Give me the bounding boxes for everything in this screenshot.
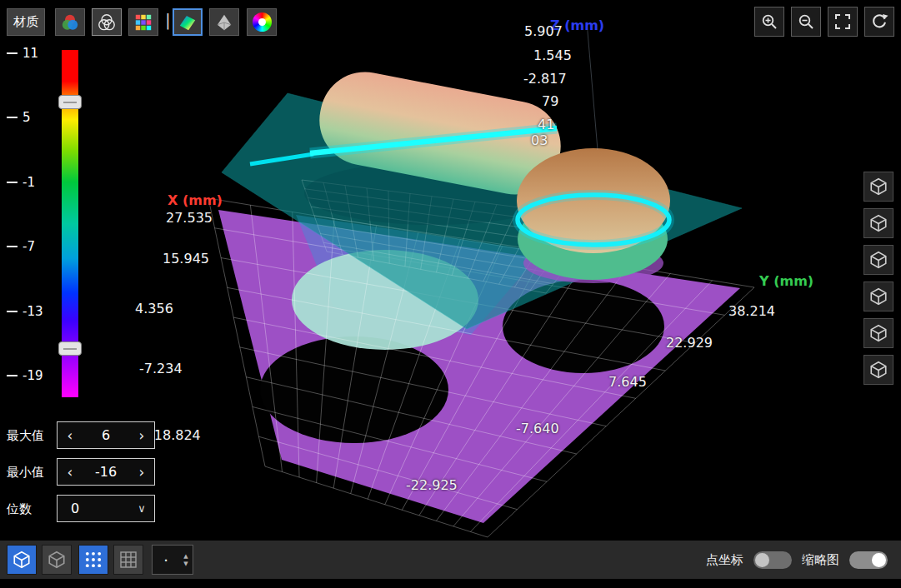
y-tick: 7.645: [608, 374, 647, 390]
zoom-in-icon: [759, 12, 779, 32]
max-increase-button[interactable]: ›: [129, 427, 154, 444]
color-wheel-icon: [253, 12, 272, 32]
x-tick: 4.356: [135, 301, 173, 316]
cube-icon: [868, 250, 888, 270]
toggle-knob: [872, 553, 886, 567]
y-tick: -7.640: [516, 421, 559, 436]
max-decrease-button[interactable]: ‹: [58, 427, 83, 444]
cone-icon: [213, 12, 235, 33]
colorbar-tick: -19: [7, 368, 43, 383]
spinner-up-icon[interactable]: ▲: [183, 553, 188, 560]
status-bar: · ▲ ▼ 点坐标 缩略图: [0, 541, 901, 579]
cube-icon: [868, 177, 888, 197]
digits-value: 0: [58, 501, 129, 516]
view-orientation-button-3[interactable]: [863, 245, 893, 275]
x-tick: 27.535: [166, 210, 213, 226]
view-orientation-button-2[interactable]: [863, 208, 893, 238]
colorbar-min-handle[interactable]: [58, 341, 82, 356]
reset-view-button[interactable]: [864, 7, 894, 37]
mesh-view-button[interactable]: [42, 545, 72, 575]
view-orientation-button-1[interactable]: [863, 172, 893, 202]
point-coord-label: 点坐标: [706, 552, 743, 568]
palette-grid-button[interactable]: [128, 8, 158, 36]
status-toggles: 点坐标 缩略图: [706, 541, 888, 579]
min-increase-button[interactable]: ›: [129, 464, 154, 481]
cube-icon: [12, 550, 32, 570]
colorbar-tick: -1: [7, 175, 35, 190]
z-tick: 1.545: [533, 47, 572, 63]
min-value-label: 最小值: [7, 465, 44, 481]
material-button-label: 材质: [13, 14, 38, 30]
colorbar-tick-value: -13: [23, 304, 43, 319]
max-value-label: 最大值: [7, 428, 44, 444]
colorbar-tick-value: 11: [23, 46, 38, 61]
rgb-circles-icon: [59, 12, 81, 33]
fit-view-button[interactable]: [828, 7, 858, 37]
x-tick: 15.945: [163, 251, 209, 267]
spinner-down-icon[interactable]: ▼: [183, 561, 188, 567]
zoom-out-button[interactable]: [791, 7, 821, 37]
point-size-spinner[interactable]: · ▲ ▼: [152, 545, 193, 575]
digits-dropdown[interactable]: 0 ∨: [57, 495, 155, 522]
colorbar-tick-value: 5: [23, 110, 31, 125]
thumbnail-toggle[interactable]: [849, 551, 888, 569]
grid-display-button[interactable]: [113, 545, 143, 575]
reset-view-icon: [869, 12, 889, 32]
max-value: 6: [83, 427, 129, 443]
mesh-grid-icon: [118, 550, 138, 570]
color-grid-icon: [133, 12, 154, 33]
view-orientation-button-5[interactable]: [863, 318, 893, 348]
zoom-out-icon: [796, 12, 816, 32]
x-axis-label: X (mm): [168, 192, 223, 208]
rgb-channels-button[interactable]: [55, 8, 85, 36]
chevron-down-icon: ∨: [129, 502, 154, 515]
material-button[interactable]: 材质: [7, 8, 45, 36]
y-tick: 38.214: [728, 303, 775, 319]
zoom-in-button[interactable]: [754, 7, 784, 37]
view-orientation-button-6[interactable]: [863, 355, 893, 385]
digits-label: 位数: [7, 501, 32, 517]
spinner-arrows[interactable]: ▲ ▼: [179, 553, 193, 567]
z-tick: -2.817: [523, 71, 567, 87]
min-value: -16: [83, 464, 129, 480]
z-tick: 5.907: [524, 23, 563, 39]
channel-mix-button[interactable]: [92, 8, 122, 36]
max-value-stepper: ‹ 6 ›: [57, 421, 155, 449]
colorbar-tick-value: -19: [23, 368, 43, 383]
fit-view-icon: [833, 12, 853, 32]
cube-icon: [868, 360, 888, 380]
colormap-plane-icon: [177, 12, 198, 33]
point-cloud-view-button[interactable]: [7, 545, 37, 575]
min-value-stepper: ‹ -16 ›: [57, 458, 155, 486]
cube-icon: [868, 287, 888, 306]
thumbnail-label: 缩略图: [802, 552, 839, 568]
app-window: Z (mm) 5.907 1.545 -2.817 79 41 03 X (mm…: [0, 0, 901, 588]
toggle-knob: [755, 553, 769, 567]
colorbar-tick: 11: [7, 46, 38, 61]
colorbar-tick-value: -7: [23, 239, 35, 254]
z-tick: 03: [531, 132, 548, 148]
colorbar-tick: 5: [7, 110, 31, 125]
point-grid-icon: [83, 550, 103, 570]
min-decrease-button[interactable]: ‹: [58, 464, 83, 481]
color-wheel-button[interactable]: [247, 8, 277, 36]
point-coord-toggle[interactable]: [753, 551, 792, 569]
colorbar-tick: -7: [7, 239, 35, 254]
colormap-button[interactable]: [173, 8, 203, 36]
cube-icon: [868, 323, 888, 343]
y-tick: -22.925: [406, 477, 458, 493]
x-tick: -18.824: [149, 427, 201, 443]
colorbar-max-handle[interactable]: [58, 95, 82, 109]
toolbar-separator: |: [165, 10, 171, 30]
solid-shading-button[interactable]: [209, 8, 239, 36]
cube-icon: [47, 550, 67, 570]
view-orientation-button-4[interactable]: [863, 282, 893, 311]
y-axis-label: Y (mm): [759, 273, 813, 289]
colorbar-tick-value: -1: [23, 175, 35, 190]
z-tick: 79: [542, 93, 558, 109]
colorbar-tick: -13: [7, 304, 43, 319]
venn-diagram-icon: [96, 12, 118, 33]
point-display-button[interactable]: [78, 545, 108, 575]
y-tick: 22.929: [666, 335, 713, 351]
point-size-value: ·: [153, 551, 179, 569]
